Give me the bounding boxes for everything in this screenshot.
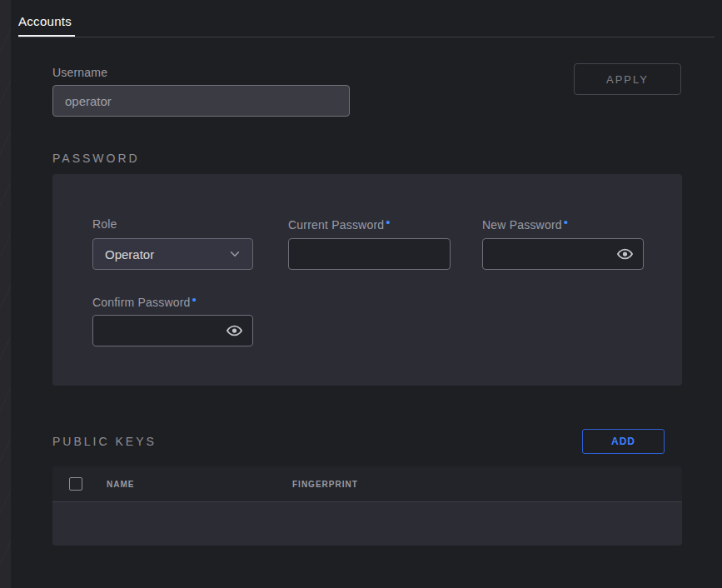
- current-password-input[interactable]: [288, 238, 451, 270]
- username-label: Username: [52, 66, 107, 79]
- add-public-key-button[interactable]: ADD: [582, 429, 665, 454]
- tabbar-divider: [18, 37, 715, 37]
- public-keys-table-empty-body: [52, 502, 682, 546]
- password-card: Role Operator Current Password• New Pass…: [52, 174, 682, 386]
- required-indicator: •: [564, 215, 568, 229]
- role-label: Role: [92, 217, 117, 231]
- new-password-label-text: New Password: [482, 218, 562, 232]
- new-password-field-wrap: [482, 238, 644, 270]
- current-password-label: Current Password•: [288, 217, 391, 232]
- new-password-label: New Password•: [482, 217, 568, 232]
- public-keys-table: NAME FINGERPRINT: [52, 466, 682, 546]
- tab-accounts[interactable]: Accounts: [18, 14, 72, 28]
- accounts-settings-page: Accounts Username APPLY PASSWORD Role Op…: [0, 0, 722, 588]
- current-password-label-text: Current Password: [288, 218, 384, 232]
- eye-icon[interactable]: [226, 322, 243, 340]
- current-password-field-wrap: [288, 238, 451, 270]
- confirm-password-label: Confirm Password•: [92, 295, 197, 309]
- confirm-password-label-text: Confirm Password: [92, 296, 191, 309]
- role-select[interactable]: Operator: [92, 238, 253, 270]
- eye-icon[interactable]: [616, 246, 634, 263]
- column-header-fingerprint: FINGERPRINT: [292, 480, 358, 489]
- chevron-down-icon: [229, 248, 241, 260]
- required-indicator: •: [386, 215, 390, 229]
- confirm-password-field-wrap: [92, 315, 253, 346]
- public-keys-table-header: NAME FINGERPRINT: [52, 466, 682, 502]
- required-indicator: •: [192, 292, 197, 306]
- public-keys-section-heading: PUBLIC KEYS: [52, 435, 157, 448]
- password-section-heading: PASSWORD: [52, 152, 140, 165]
- column-header-name: NAME: [107, 480, 134, 489]
- username-input[interactable]: [52, 85, 350, 117]
- role-select-value: Operator: [105, 247, 229, 262]
- select-all-checkbox[interactable]: [69, 477, 82, 491]
- apply-button[interactable]: APPLY: [574, 63, 681, 95]
- left-edge-panel: [0, 0, 11, 588]
